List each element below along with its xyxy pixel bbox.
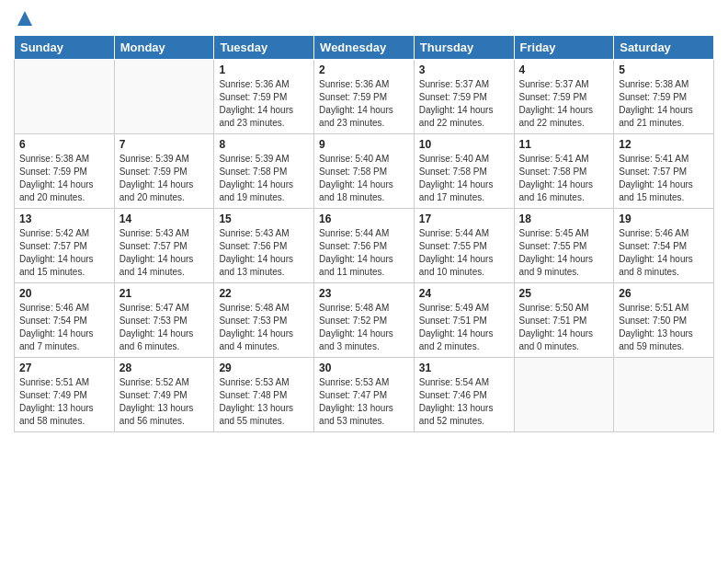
- day-number: 13: [19, 213, 109, 225]
- day-info: Sunrise: 5:53 AM Sunset: 7:48 PM Dayligh…: [219, 376, 309, 428]
- calendar-day-cell: 14Sunrise: 5:43 AM Sunset: 7:57 PM Dayli…: [114, 209, 214, 283]
- calendar-day-cell: 21Sunrise: 5:47 AM Sunset: 7:53 PM Dayli…: [114, 283, 214, 358]
- day-number: 25: [519, 287, 609, 300]
- calendar-day-cell: 9Sunrise: 5:40 AM Sunset: 7:58 PM Daylig…: [314, 134, 415, 209]
- day-number: 6: [19, 138, 109, 151]
- day-number: 24: [419, 287, 509, 300]
- day-number: 8: [219, 138, 309, 151]
- calendar-day-cell: 31Sunrise: 5:54 AM Sunset: 7:46 PM Dayli…: [414, 358, 514, 432]
- day-info: Sunrise: 5:45 AM Sunset: 7:55 PM Dayligh…: [519, 227, 609, 279]
- day-info: Sunrise: 5:38 AM Sunset: 7:59 PM Dayligh…: [19, 153, 109, 204]
- day-number: 29: [219, 362, 309, 374]
- calendar-day-cell: 22Sunrise: 5:48 AM Sunset: 7:53 PM Dayli…: [214, 283, 314, 358]
- day-info: Sunrise: 5:40 AM Sunset: 7:58 PM Dayligh…: [319, 153, 409, 204]
- calendar-day-cell: [15, 60, 115, 134]
- day-info: Sunrise: 5:42 AM Sunset: 7:57 PM Dayligh…: [19, 227, 109, 279]
- day-info: Sunrise: 5:38 AM Sunset: 7:59 PM Dayligh…: [619, 78, 709, 130]
- day-info: Sunrise: 5:43 AM Sunset: 7:56 PM Dayligh…: [219, 227, 309, 279]
- calendar-day-cell: 23Sunrise: 5:48 AM Sunset: 7:52 PM Dayli…: [314, 283, 415, 358]
- calendar-week-row: 13Sunrise: 5:42 AM Sunset: 7:57 PM Dayli…: [15, 209, 714, 283]
- calendar-day-cell: 24Sunrise: 5:49 AM Sunset: 7:51 PM Dayli…: [414, 283, 514, 358]
- day-number: 22: [219, 287, 309, 300]
- day-number: 1: [219, 63, 309, 76]
- calendar-day-cell: [614, 358, 714, 432]
- calendar-day-cell: 3Sunrise: 5:37 AM Sunset: 7:59 PM Daylig…: [414, 60, 514, 134]
- day-info: Sunrise: 5:37 AM Sunset: 7:59 PM Dayligh…: [519, 78, 609, 130]
- day-number: 10: [419, 138, 509, 151]
- calendar-day-cell: 18Sunrise: 5:45 AM Sunset: 7:55 PM Dayli…: [514, 209, 614, 283]
- day-info: Sunrise: 5:49 AM Sunset: 7:51 PM Dayligh…: [419, 302, 509, 353]
- day-number: 16: [319, 213, 409, 225]
- day-number: 12: [619, 138, 709, 151]
- day-of-week-header: Wednesday: [314, 36, 415, 60]
- logo: [14, 9, 34, 28]
- day-info: Sunrise: 5:46 AM Sunset: 7:54 PM Dayligh…: [19, 302, 109, 353]
- calendar-week-row: 6Sunrise: 5:38 AM Sunset: 7:59 PM Daylig…: [15, 134, 714, 209]
- calendar-day-cell: 1Sunrise: 5:36 AM Sunset: 7:59 PM Daylig…: [214, 60, 314, 134]
- calendar-day-cell: 29Sunrise: 5:53 AM Sunset: 7:48 PM Dayli…: [214, 358, 314, 432]
- day-info: Sunrise: 5:47 AM Sunset: 7:53 PM Dayligh…: [119, 302, 210, 353]
- day-number: 21: [119, 287, 210, 300]
- day-info: Sunrise: 5:54 AM Sunset: 7:46 PM Dayligh…: [419, 376, 509, 428]
- day-number: 14: [119, 213, 210, 225]
- calendar-week-row: 20Sunrise: 5:46 AM Sunset: 7:54 PM Dayli…: [15, 283, 714, 358]
- calendar-day-cell: 4Sunrise: 5:37 AM Sunset: 7:59 PM Daylig…: [514, 60, 614, 134]
- day-number: 23: [319, 287, 409, 300]
- calendar-day-cell: 30Sunrise: 5:53 AM Sunset: 7:47 PM Dayli…: [314, 358, 415, 432]
- day-number: 31: [419, 362, 509, 374]
- calendar-day-cell: 2Sunrise: 5:36 AM Sunset: 7:59 PM Daylig…: [314, 60, 415, 134]
- calendar-week-row: 27Sunrise: 5:51 AM Sunset: 7:49 PM Dayli…: [15, 358, 714, 432]
- calendar: SundayMondayTuesdayWednesdayThursdayFrid…: [14, 35, 714, 432]
- day-number: 5: [619, 63, 709, 76]
- day-of-week-header: Saturday: [614, 36, 714, 60]
- calendar-day-cell: [114, 60, 214, 134]
- logo-icon: [16, 9, 34, 28]
- day-info: Sunrise: 5:44 AM Sunset: 7:56 PM Dayligh…: [319, 227, 409, 279]
- day-info: Sunrise: 5:51 AM Sunset: 7:49 PM Dayligh…: [19, 376, 109, 428]
- day-of-week-header: Sunday: [15, 36, 115, 60]
- day-info: Sunrise: 5:36 AM Sunset: 7:59 PM Dayligh…: [319, 78, 409, 130]
- day-number: 26: [619, 287, 709, 300]
- day-number: 18: [519, 213, 609, 225]
- day-of-week-header: Friday: [514, 36, 614, 60]
- day-info: Sunrise: 5:51 AM Sunset: 7:50 PM Dayligh…: [619, 302, 709, 353]
- calendar-day-cell: 6Sunrise: 5:38 AM Sunset: 7:59 PM Daylig…: [15, 134, 115, 209]
- calendar-day-cell: 28Sunrise: 5:52 AM Sunset: 7:49 PM Dayli…: [114, 358, 214, 432]
- page: SundayMondayTuesdayWednesdayThursdayFrid…: [0, 0, 728, 563]
- day-info: Sunrise: 5:37 AM Sunset: 7:59 PM Dayligh…: [419, 78, 509, 130]
- calendar-day-cell: 11Sunrise: 5:41 AM Sunset: 7:58 PM Dayli…: [514, 134, 614, 209]
- header: [14, 9, 714, 28]
- calendar-day-cell: 16Sunrise: 5:44 AM Sunset: 7:56 PM Dayli…: [314, 209, 415, 283]
- calendar-day-cell: 13Sunrise: 5:42 AM Sunset: 7:57 PM Dayli…: [15, 209, 115, 283]
- day-number: 28: [119, 362, 210, 374]
- calendar-day-cell: 26Sunrise: 5:51 AM Sunset: 7:50 PM Dayli…: [614, 283, 714, 358]
- day-number: 19: [619, 213, 709, 225]
- day-number: 15: [219, 213, 309, 225]
- day-number: 11: [519, 138, 609, 151]
- calendar-day-cell: 25Sunrise: 5:50 AM Sunset: 7:51 PM Dayli…: [514, 283, 614, 358]
- day-of-week-header: Tuesday: [214, 36, 314, 60]
- day-of-week-header: Thursday: [414, 36, 514, 60]
- day-number: 30: [319, 362, 409, 374]
- day-info: Sunrise: 5:46 AM Sunset: 7:54 PM Dayligh…: [619, 227, 709, 279]
- calendar-day-cell: [514, 358, 614, 432]
- day-info: Sunrise: 5:53 AM Sunset: 7:47 PM Dayligh…: [319, 376, 409, 428]
- calendar-day-cell: 15Sunrise: 5:43 AM Sunset: 7:56 PM Dayli…: [214, 209, 314, 283]
- day-info: Sunrise: 5:52 AM Sunset: 7:49 PM Dayligh…: [119, 376, 210, 428]
- svg-marker-0: [17, 11, 32, 26]
- day-number: 20: [19, 287, 109, 300]
- calendar-day-cell: 7Sunrise: 5:39 AM Sunset: 7:59 PM Daylig…: [114, 134, 214, 209]
- day-info: Sunrise: 5:44 AM Sunset: 7:55 PM Dayligh…: [419, 227, 509, 279]
- calendar-day-cell: 20Sunrise: 5:46 AM Sunset: 7:54 PM Dayli…: [15, 283, 115, 358]
- day-info: Sunrise: 5:39 AM Sunset: 7:58 PM Dayligh…: [219, 153, 309, 204]
- day-info: Sunrise: 5:39 AM Sunset: 7:59 PM Dayligh…: [119, 153, 210, 204]
- day-number: 7: [119, 138, 210, 151]
- day-info: Sunrise: 5:40 AM Sunset: 7:58 PM Dayligh…: [419, 153, 509, 204]
- day-number: 4: [519, 63, 609, 76]
- calendar-week-row: 1Sunrise: 5:36 AM Sunset: 7:59 PM Daylig…: [15, 60, 714, 134]
- day-info: Sunrise: 5:36 AM Sunset: 7:59 PM Dayligh…: [219, 78, 309, 130]
- day-info: Sunrise: 5:48 AM Sunset: 7:53 PM Dayligh…: [219, 302, 309, 353]
- calendar-header-row: SundayMondayTuesdayWednesdayThursdayFrid…: [15, 36, 714, 60]
- calendar-day-cell: 5Sunrise: 5:38 AM Sunset: 7:59 PM Daylig…: [614, 60, 714, 134]
- calendar-day-cell: 27Sunrise: 5:51 AM Sunset: 7:49 PM Dayli…: [15, 358, 115, 432]
